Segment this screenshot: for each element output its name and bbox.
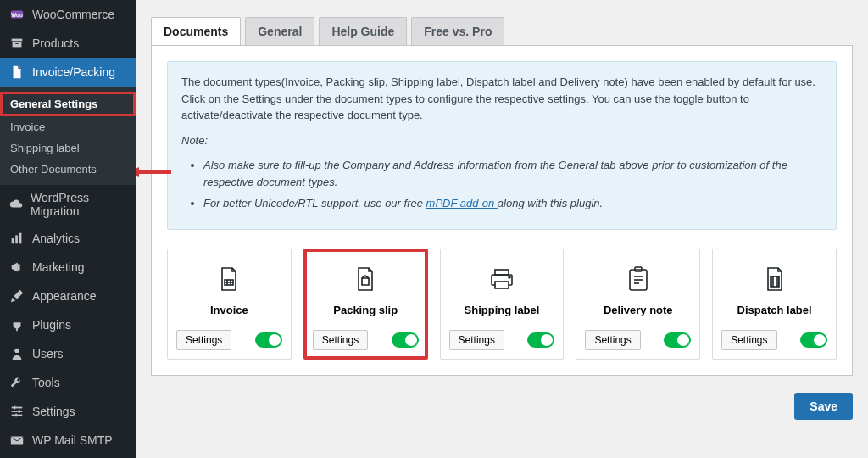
svg-rect-5 <box>12 238 14 243</box>
doc-settings-button[interactable]: Settings <box>313 330 368 350</box>
wrench-icon <box>8 374 25 391</box>
sidebar-item-woocommerce[interactable]: WooWooCommerce <box>0 0 136 29</box>
doc-toggle[interactable] <box>527 332 554 348</box>
woo-icon: Woo <box>8 6 25 23</box>
submenu-item-other-documents[interactable]: Other Documents <box>0 159 136 180</box>
info-notice: The document types(Invoice, Packing slip… <box>167 61 837 230</box>
doc-icon <box>449 261 555 297</box>
sidebar-item-tools[interactable]: Tools <box>0 368 136 397</box>
sidebar-item-products[interactable]: Products <box>0 29 136 58</box>
doc-settings-button[interactable]: Settings <box>449 330 504 350</box>
annotation-arrow <box>136 165 171 180</box>
doc-card-packing-slip: Packing slipSettings <box>303 249 428 360</box>
sidebar-item-marketing[interactable]: Marketing <box>0 253 136 282</box>
doc-icon <box>176 261 282 297</box>
sidebar-item-label: Tools <box>32 376 60 389</box>
sidebar-item-settings[interactable]: Settings <box>0 397 136 426</box>
svg-point-27 <box>509 276 510 278</box>
svg-rect-2 <box>12 39 23 42</box>
sidebar-item-label: Products <box>32 36 79 50</box>
sidebar-item-label: Plugins <box>32 318 71 332</box>
tab-documents[interactable]: Documents <box>151 17 241 45</box>
doc-title: Delivery note <box>585 304 691 316</box>
svg-rect-7 <box>19 233 22 244</box>
svg-rect-16 <box>15 414 17 417</box>
sliders-icon <box>8 403 25 420</box>
doc-settings-button[interactable]: Settings <box>721 330 776 350</box>
user-icon <box>8 345 25 362</box>
svg-marker-19 <box>136 167 139 177</box>
doc-settings-button[interactable]: Settings <box>176 330 231 350</box>
doc-icon <box>721 261 827 297</box>
svg-rect-26 <box>495 282 509 288</box>
doc-toggle[interactable] <box>255 332 282 348</box>
svg-rect-4 <box>15 43 19 44</box>
submenu-item-invoice[interactable]: Invoice <box>0 116 136 137</box>
sidebar-item-appearance[interactable]: Appearance <box>0 282 136 310</box>
sidebar-item-plugins[interactable]: Plugins <box>0 310 136 339</box>
plug-icon <box>8 316 25 333</box>
save-button[interactable]: Save <box>794 393 853 420</box>
notice-intro: The document types(Invoice, Packing slip… <box>181 74 822 124</box>
sidebar-item-users[interactable]: Users <box>0 339 136 368</box>
megaphone-icon <box>8 259 25 276</box>
svg-rect-11 <box>12 407 23 409</box>
doc-title: Packing slip <box>313 304 419 316</box>
sidebar-item-label: Analytics <box>32 232 80 245</box>
doc-icon <box>585 261 691 297</box>
doc-toggle[interactable] <box>800 332 827 348</box>
sidebar-item-label: Appearance <box>32 289 97 303</box>
svg-rect-9 <box>16 328 18 332</box>
sidebar-item-label: Marketing <box>32 260 84 274</box>
sidebar-item-wp-mail-smtp[interactable]: WP Mail SMTP <box>0 426 136 455</box>
tab-free-vs-pro[interactable]: Free vs. Pro <box>411 17 504 45</box>
document-cards: InvoiceSettingsPacking slipSettingsShipp… <box>167 249 837 360</box>
doc-title: Dispatch label <box>721 304 827 316</box>
archive-icon <box>8 35 25 52</box>
cloud-icon <box>8 196 24 213</box>
doc-card-delivery-note: Delivery noteSettings <box>576 249 700 360</box>
brush-icon <box>8 288 25 304</box>
doc-icon <box>313 261 419 297</box>
mpdf-addon-link[interactable]: mPDF add-on <box>426 197 498 209</box>
notice-bullet-1: Also make sure to fill-up the Company an… <box>203 157 822 190</box>
svg-rect-6 <box>15 235 18 243</box>
chart-icon <box>8 230 25 247</box>
submenu-item-shipping-label[interactable]: Shipping label <box>0 137 136 159</box>
doc-toggle[interactable] <box>664 332 691 348</box>
doc-card-dispatch-label: Dispatch labelSettings <box>712 249 837 360</box>
sidebar-item-label: WooCommerce <box>32 8 114 21</box>
tab-help-guide[interactable]: Help Guide <box>319 17 407 45</box>
notice-bullet-2: For better Unicode/RTL support, use our … <box>203 195 822 212</box>
sidebar-item-label: Settings <box>32 405 75 418</box>
doc-title: Shipping label <box>449 304 555 316</box>
svg-rect-8 <box>18 264 20 270</box>
sidebar-item-analytics[interactable]: Analytics <box>0 224 136 253</box>
svg-rect-3 <box>13 42 22 47</box>
doc-card-invoice: InvoiceSettings <box>167 249 292 360</box>
admin-sidebar: WooWooCommerceProductsInvoice/PackingGen… <box>0 0 136 458</box>
mail-icon <box>8 432 25 449</box>
submenu: General SettingsInvoiceShipping labelOth… <box>0 87 136 185</box>
file-icon <box>8 64 25 81</box>
doc-toggle[interactable] <box>392 332 419 348</box>
svg-rect-14 <box>14 406 15 410</box>
submenu-item-general-settings[interactable]: General Settings <box>0 92 136 116</box>
svg-text:Woo: Woo <box>11 12 23 18</box>
sidebar-item-wordpress-migration[interactable]: WordPress Migration <box>0 185 136 224</box>
doc-card-shipping-label: Shipping labelSettings <box>440 249 565 360</box>
sidebar-item-label: Invoice/Packing <box>32 65 115 79</box>
svg-rect-12 <box>12 411 23 412</box>
doc-settings-button[interactable]: Settings <box>585 330 640 350</box>
sidebar-item-label: WordPress Migration <box>31 191 127 218</box>
tab-general[interactable]: General <box>245 17 314 45</box>
doc-title: Invoice <box>176 304 282 316</box>
svg-rect-15 <box>19 410 20 413</box>
svg-point-10 <box>14 349 19 353</box>
tabs-nav: DocumentsGeneralHelp GuideFree vs. Pro <box>151 17 853 46</box>
sidebar-item-invoice-packing[interactable]: Invoice/Packing <box>0 58 136 87</box>
main-content: DocumentsGeneralHelp GuideFree vs. Pro T… <box>136 0 868 458</box>
documents-panel: The document types(Invoice, Packing slip… <box>151 46 853 376</box>
svg-rect-25 <box>495 270 509 275</box>
note-label: Note: <box>181 134 208 147</box>
